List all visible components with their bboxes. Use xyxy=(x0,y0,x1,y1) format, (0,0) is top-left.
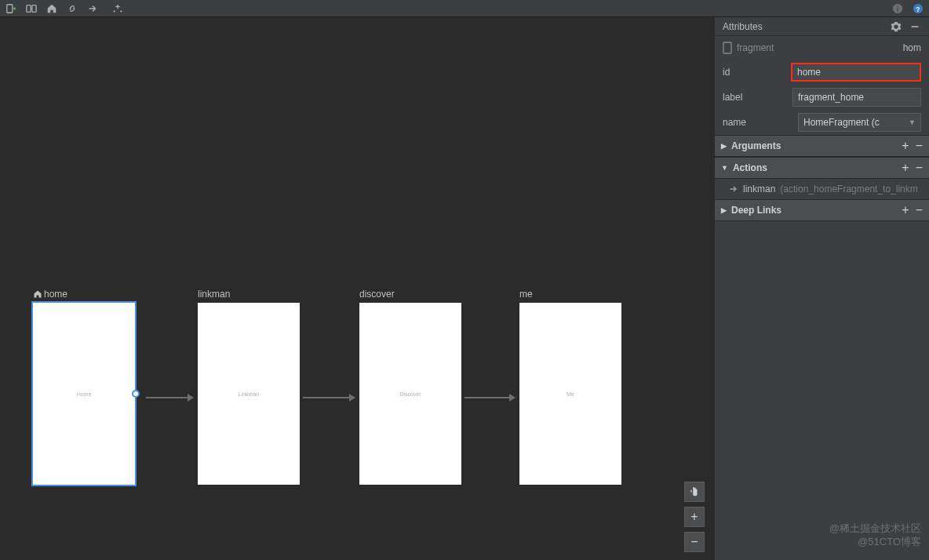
minimize-icon[interactable] xyxy=(909,20,921,33)
destination-card[interactable]: Discover xyxy=(359,303,461,485)
label-label: label xyxy=(723,92,788,103)
destination-label: home xyxy=(33,289,143,300)
svg-text:i: i xyxy=(897,5,898,13)
destination-inner-text: Me xyxy=(519,391,621,397)
svg-rect-1 xyxy=(27,5,31,12)
nested-graph-icon[interactable] xyxy=(25,2,38,15)
auto-arrange-icon[interactable] xyxy=(111,2,124,15)
canvas-inner[interactable]: homeHomelinkmanLinkmandiscoverDiscoverme… xyxy=(0,17,714,560)
home-icon[interactable] xyxy=(46,2,58,15)
gear-icon[interactable] xyxy=(890,20,902,33)
attr-row-name: name HomeFragment (c ▼ xyxy=(715,110,929,135)
id-label: id xyxy=(723,67,786,78)
attr-row-id: id xyxy=(715,60,929,85)
action-item-name: linkman xyxy=(743,184,775,195)
action-item-detail: (action_homeFragment_to_linkm xyxy=(780,184,917,195)
chevron-right-icon: ▶ xyxy=(721,206,727,214)
arrow-right-icon xyxy=(729,184,738,194)
destination-label: discover xyxy=(359,289,469,300)
arrow-right-icon[interactable] xyxy=(86,2,99,15)
destination-card[interactable]: Home xyxy=(33,303,135,485)
add-destination-icon[interactable] xyxy=(5,2,17,15)
fragment-icon xyxy=(723,42,732,54)
attributes-panel: Attributes fragment hom id label xyxy=(714,17,929,560)
svg-rect-7 xyxy=(723,42,731,53)
destination-inner-text: Discover xyxy=(359,391,461,397)
toolbar-right: i ? xyxy=(891,2,924,15)
attributes-header: Attributes xyxy=(715,17,929,36)
toolbar-left xyxy=(5,2,124,15)
nav-editor-toolbar: i ? xyxy=(0,0,929,17)
destination-inner-text: Home xyxy=(33,391,135,397)
zoom-in-button[interactable]: + xyxy=(684,507,705,527)
main-area: homeHomelinkmanLinkmandiscoverDiscoverme… xyxy=(0,17,929,560)
add-deeplink-icon[interactable]: + xyxy=(902,203,909,217)
remove-deeplink-icon[interactable]: − xyxy=(916,203,923,217)
svg-rect-0 xyxy=(7,4,13,13)
connection-handle[interactable] xyxy=(132,390,140,398)
add-argument-icon[interactable]: + xyxy=(902,139,909,153)
pan-button[interactable] xyxy=(684,482,705,502)
home-icon xyxy=(33,289,42,299)
destination-home[interactable]: homeHome xyxy=(33,289,143,485)
remove-action-icon[interactable]: − xyxy=(916,161,923,175)
zoom-out-button[interactable]: − xyxy=(684,532,705,552)
destination-discover[interactable]: discoverDiscover xyxy=(359,289,469,485)
attributes-title: Attributes xyxy=(723,21,763,32)
chevron-down-icon: ▼ xyxy=(721,164,728,172)
section-actions[interactable]: ▼ Actions + − xyxy=(715,157,929,179)
svg-rect-2 xyxy=(32,5,36,12)
name-label: name xyxy=(723,117,793,128)
remove-argument-icon[interactable]: − xyxy=(916,139,923,153)
id-input[interactable] xyxy=(791,63,921,82)
section-actions-label: Actions xyxy=(733,162,767,173)
destination-type-value: hom xyxy=(903,42,921,53)
link-icon[interactable] xyxy=(66,2,78,15)
destination-card[interactable]: Linkman xyxy=(198,303,300,485)
zoom-controls: + − xyxy=(684,482,705,552)
destination-inner-text: Linkman xyxy=(198,391,300,397)
section-deeplinks[interactable]: ▶ Deep Links + − xyxy=(715,199,929,221)
help-icon[interactable]: ? xyxy=(912,2,924,15)
nav-canvas[interactable]: homeHomelinkmanLinkmandiscoverDiscoverme… xyxy=(0,17,714,560)
svg-text:?: ? xyxy=(916,5,920,13)
section-arguments[interactable]: ▶ Arguments + − xyxy=(715,135,929,157)
destination-label: me xyxy=(519,289,629,300)
attr-row-label: label xyxy=(715,85,929,110)
name-select[interactable]: HomeFragment (c ▼ xyxy=(798,113,921,132)
destination-linkman[interactable]: linkmanLinkman xyxy=(198,289,308,485)
nav-arrow[interactable] xyxy=(146,397,193,398)
chevron-down-icon: ▼ xyxy=(909,118,916,126)
label-input[interactable] xyxy=(792,88,921,107)
destination-type-row: fragment hom xyxy=(715,36,929,60)
section-deeplinks-label: Deep Links xyxy=(731,205,781,216)
destination-type-label: fragment xyxy=(737,42,774,53)
destination-card[interactable]: Me xyxy=(519,303,621,485)
action-item-linkman[interactable]: linkman (action_homeFragment_to_linkm xyxy=(715,179,929,199)
section-arguments-label: Arguments xyxy=(731,140,781,151)
info-icon[interactable]: i xyxy=(891,2,904,15)
nav-arrow[interactable] xyxy=(464,397,515,398)
destination-me[interactable]: meMe xyxy=(519,289,629,485)
nav-arrow[interactable] xyxy=(303,397,355,398)
add-action-icon[interactable]: + xyxy=(902,161,909,175)
destination-label: linkman xyxy=(198,289,308,300)
chevron-right-icon: ▶ xyxy=(721,142,727,150)
name-value: HomeFragment (c xyxy=(803,117,880,128)
